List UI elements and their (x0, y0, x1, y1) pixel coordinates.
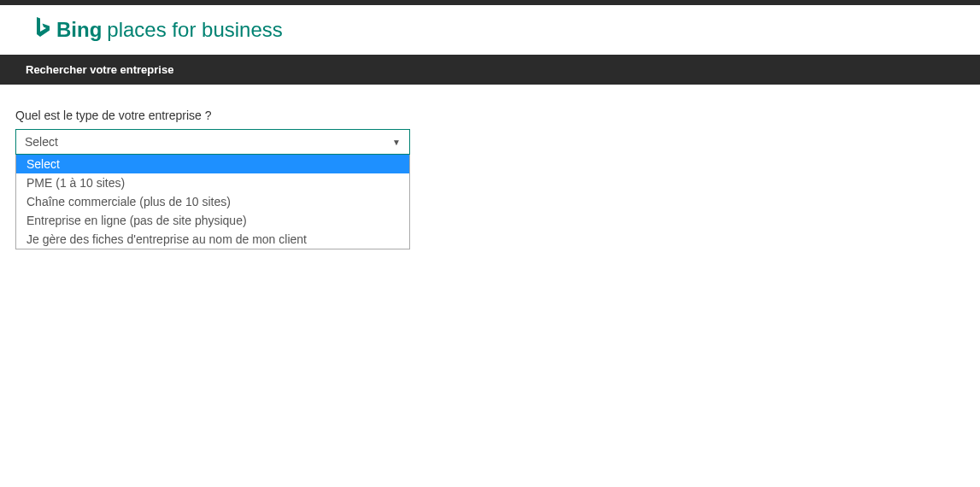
bing-logo-icon (34, 17, 51, 43)
logo-brand-text: Bing (56, 18, 102, 42)
main-content: Quel est le type de votre entreprise ? S… (0, 85, 427, 273)
dropdown-option-chaine[interactable]: Chaîne commerciale (plus de 10 sites) (16, 192, 409, 211)
site-header: Bing places for business (0, 5, 980, 55)
subheader-title: Rechercher votre entreprise (26, 63, 173, 76)
chevron-down-icon: ▼ (392, 138, 401, 147)
dropdown-option-select[interactable]: Select (16, 155, 409, 173)
dropdown-option-client[interactable]: Je gère des fiches d'entreprise au nom d… (16, 230, 409, 249)
logo-tagline-text: places for business (107, 18, 282, 42)
business-type-label: Quel est le type de votre entreprise ? (15, 109, 412, 122)
select-current-value: Select (25, 135, 58, 149)
dropdown-option-enligne[interactable]: Entreprise en ligne (pas de site physiqu… (16, 211, 409, 230)
page-subheader: Rechercher votre entreprise (0, 55, 980, 85)
business-type-select-wrap: Select ▼ Select PME (1 à 10 sites) Chaîn… (15, 129, 412, 249)
business-type-dropdown: Select PME (1 à 10 sites) Chaîne commerc… (15, 155, 410, 249)
business-type-select[interactable]: Select ▼ (15, 129, 410, 155)
dropdown-option-pme[interactable]: PME (1 à 10 sites) (16, 173, 409, 192)
